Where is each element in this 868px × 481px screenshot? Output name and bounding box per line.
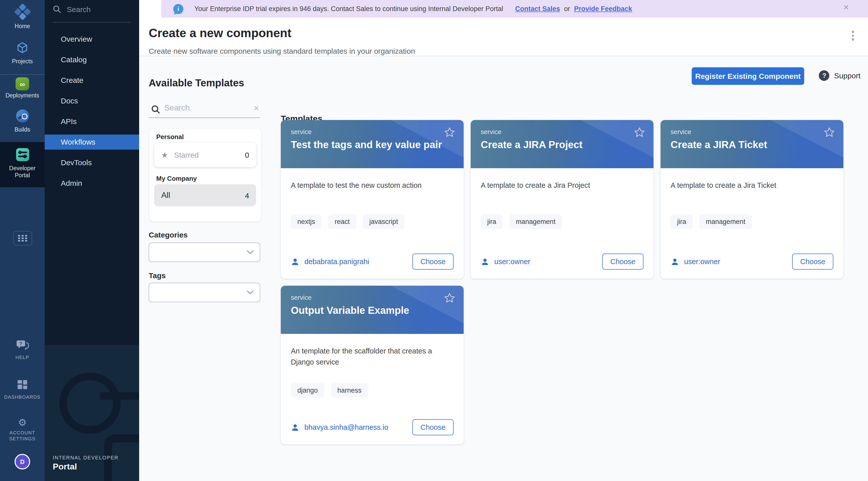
choose-button[interactable]: Choose xyxy=(792,254,833,269)
tag-pill: harness xyxy=(331,383,368,397)
tag-pill: jira xyxy=(481,214,503,229)
user-avatar-button[interactable]: D xyxy=(0,454,45,470)
owner-name: debabrata.panigrahi xyxy=(304,258,369,266)
card-footer: user:owner Choose xyxy=(481,254,644,269)
card-body: An template for the scaffolder that crea… xyxy=(281,334,464,444)
star-outline-icon[interactable] xyxy=(633,127,646,138)
close-icon[interactable]: × xyxy=(843,2,849,13)
module-rail: Home Projects ∞ Deployments Builds Devel… xyxy=(0,0,45,481)
card-header: service Output Variable Example xyxy=(281,286,464,334)
product-brand: INTERNAL DEVELOPER Portal xyxy=(53,455,119,472)
star-outline-icon[interactable] xyxy=(443,292,456,304)
choose-button[interactable]: Choose xyxy=(412,254,454,269)
sidebar-item-devtools[interactable]: DevTools xyxy=(45,155,139,170)
builds-circle-icon xyxy=(16,109,29,123)
filter-all[interactable]: All 4 xyxy=(154,184,256,206)
star-outline-icon[interactable] xyxy=(823,127,835,138)
person-icon xyxy=(291,257,299,266)
rail-item-help[interactable]: ? HELP xyxy=(0,340,45,360)
apps-grid-icon xyxy=(18,234,28,242)
sidebar-decoration: INTERNAL DEVELOPER Portal xyxy=(45,345,139,481)
dashboards-grid-icon xyxy=(17,380,28,390)
sidebar-search-placeholder: Search xyxy=(67,5,91,13)
tag-pill: nextjs xyxy=(291,214,322,229)
tag-pill: management xyxy=(699,214,752,229)
projects-cube-icon xyxy=(16,41,29,54)
card-type-label: service xyxy=(671,128,691,135)
owner-link[interactable]: user:owner xyxy=(481,257,530,266)
contact-sales-link[interactable]: Contact Sales xyxy=(515,5,560,12)
tag-pill: jira xyxy=(671,214,693,229)
register-existing-component-button[interactable]: Register Existing Component xyxy=(692,67,804,85)
rail-item-label: Builds xyxy=(0,127,45,134)
personal-section-label: Personal xyxy=(156,133,184,140)
rail-item-dashboards[interactable]: DASHBOARDS xyxy=(0,380,45,400)
filter-panel: Personal ★ Starred 0 My Company All 4 xyxy=(149,129,261,221)
sidebar-item-docs[interactable]: Docs xyxy=(45,93,139,108)
template-card: service Create a JIRA Ticket A template … xyxy=(660,120,843,279)
card-tags: nextjs react javascript xyxy=(291,214,454,229)
sidebar-item-overview[interactable]: Overview xyxy=(45,32,139,47)
rail-divider xyxy=(0,74,45,75)
support-button[interactable]: ? Support xyxy=(819,70,861,81)
sidebar-item-apis[interactable]: APIs xyxy=(45,114,139,129)
owner-link[interactable]: debabrata.panigrahi xyxy=(291,257,369,266)
decoration-bar xyxy=(100,392,139,400)
template-search-input[interactable] xyxy=(163,103,246,113)
choose-button[interactable]: Choose xyxy=(412,419,454,435)
sidebar-item-workflows[interactable]: Workflows xyxy=(45,134,139,150)
card-footer: user:owner Choose xyxy=(671,254,833,269)
tags-label: Tags xyxy=(149,271,166,280)
clear-search-icon[interactable]: × xyxy=(254,103,259,114)
sidebar-search[interactable]: Search xyxy=(53,5,91,13)
template-card: service Create a JIRA Project A template… xyxy=(471,120,653,279)
rail-item-label: Deployments xyxy=(0,92,45,99)
chevron-down-icon xyxy=(247,290,254,295)
sidebar-item-admin[interactable]: Admin xyxy=(45,176,139,191)
kebab-menu-icon[interactable] xyxy=(851,28,855,43)
all-count: 4 xyxy=(245,191,249,200)
card-header: service Create a JIRA Ticket xyxy=(660,120,843,168)
sidebar-item-catalog[interactable]: Catalog xyxy=(45,52,139,67)
rail-item-builds[interactable]: Builds xyxy=(0,109,45,134)
brand-line1: INTERNAL DEVELOPER xyxy=(53,455,119,460)
star-outline-icon[interactable] xyxy=(443,127,456,138)
card-description: A template to create a Jira Project xyxy=(481,180,644,191)
filter-starred[interactable]: ★ Starred 0 xyxy=(154,142,256,167)
owner-link[interactable]: user:owner xyxy=(671,257,720,266)
trial-banner: i Your Enterprise IDP trial expires in 9… xyxy=(161,0,868,18)
card-header: service Test the tags and key value pair xyxy=(281,120,464,168)
provide-feedback-link[interactable]: Provide Feedback xyxy=(574,5,632,12)
star-icon: ★ xyxy=(161,150,168,159)
rail-item-label: HELP xyxy=(0,354,45,360)
owner-link[interactable]: bhavya.sinha@harness.io xyxy=(291,423,388,431)
rail-item-label: ACCOUNT xyxy=(0,430,45,436)
trial-banner-text: Your Enterprise IDP trial expires in 946… xyxy=(194,5,503,12)
categories-select[interactable] xyxy=(149,243,260,262)
apps-grid-button[interactable] xyxy=(13,231,32,246)
sidebar-nav-list: Overview Catalog Create Docs APIs Workfl… xyxy=(45,32,139,191)
rail-item-developer-portal[interactable]: Developer Portal xyxy=(0,148,45,179)
card-title: Test the tags and key value pair xyxy=(291,139,435,151)
choose-button[interactable]: Choose xyxy=(602,254,644,269)
rail-item-deployments[interactable]: ∞ Deployments xyxy=(0,77,45,99)
categories-label: Categories xyxy=(149,230,188,239)
tags-select[interactable] xyxy=(149,283,260,302)
tag-pill: javascript xyxy=(363,214,405,229)
template-card: service Test the tags and key value pair… xyxy=(281,120,464,279)
card-footer: bhavya.sinha@harness.io Choose xyxy=(291,419,454,435)
rail-item-projects[interactable]: Projects xyxy=(0,41,45,65)
sidebar-item-create[interactable]: Create xyxy=(45,73,139,88)
rail-item-home[interactable]: Home xyxy=(0,6,45,30)
card-description: A template to create a Jira Ticket xyxy=(671,180,833,191)
person-icon xyxy=(481,257,489,266)
all-label: All xyxy=(161,191,170,200)
card-body: A template to create a Jira Project jira… xyxy=(471,168,653,279)
tag-pill: react xyxy=(328,214,356,229)
card-tags: jira management xyxy=(481,214,644,229)
search-icon xyxy=(151,105,160,114)
card-title: Output Variable Example xyxy=(291,305,435,316)
template-card-grid: service Test the tags and key value pair… xyxy=(281,120,844,444)
rail-item-account-settings[interactable]: ⚙ ACCOUNT SETTINGS xyxy=(0,418,45,442)
card-body: A template to create a Jira Ticket jira … xyxy=(660,168,843,279)
